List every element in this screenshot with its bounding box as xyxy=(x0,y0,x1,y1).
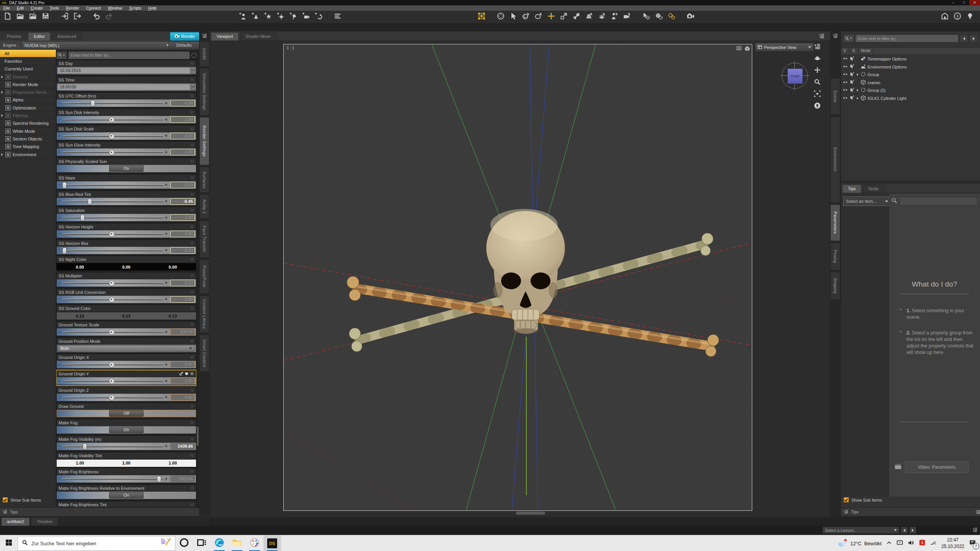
scene-column-v[interactable]: V xyxy=(841,48,850,54)
menu-item-create[interactable]: Create xyxy=(27,6,46,10)
param-color[interactable]: 0.000.000.00 xyxy=(57,263,196,271)
pane-menu-icon[interactable] xyxy=(830,31,841,40)
gear-icon[interactable] xyxy=(190,452,194,459)
camera-tool-button[interactable] xyxy=(622,12,632,21)
slider-handle[interactable] xyxy=(62,182,67,189)
increment-button[interactable]: + xyxy=(163,329,169,335)
scene-column-s[interactable]: S xyxy=(850,48,859,54)
node-grid-button[interactable] xyxy=(477,12,486,21)
scene-node-iglk1-cylinder-light[interactable]: IGLK1 Cylinder Light xyxy=(841,95,980,103)
param-value[interactable]: -0.45 xyxy=(170,198,195,205)
new-file-button[interactable] xyxy=(3,12,12,21)
start-button[interactable] xyxy=(0,535,18,551)
scene-node-environment-options[interactable]: Environment Options xyxy=(841,63,980,71)
category-item-white-mode[interactable]: GWhite Mode xyxy=(0,127,56,135)
param-slider[interactable]: -+0.00 xyxy=(57,361,196,368)
param-value[interactable]: 0.10 xyxy=(170,247,195,254)
category-item-progressive-rend-[interactable]: GProgressive Rend... xyxy=(0,88,56,96)
text-field-value[interactable]: 18:00:00 xyxy=(57,84,190,90)
param-slider[interactable]: -+1.00 xyxy=(57,148,196,156)
new-prop-button[interactable] xyxy=(251,12,260,21)
decrement-button[interactable]: - xyxy=(57,476,63,482)
slider-track[interactable] xyxy=(63,475,163,483)
eye-icon[interactable] xyxy=(843,64,848,70)
gear-icon[interactable] xyxy=(190,370,194,377)
viewport-menu-icon[interactable] xyxy=(814,43,821,51)
gear-icon[interactable] xyxy=(190,240,194,247)
param-value[interactable]: 100.0% xyxy=(170,476,195,482)
slider-track[interactable] xyxy=(63,148,163,156)
category-item-environment[interactable]: GEnvironment xyxy=(0,151,56,158)
pane-menu-icon[interactable] xyxy=(972,527,978,534)
tray-chevron-icon[interactable] xyxy=(886,540,892,547)
slider-handle[interactable] xyxy=(109,362,115,368)
param-value[interactable]: 0.00 xyxy=(170,231,195,237)
category-item-currently-used[interactable]: Currently Used xyxy=(0,65,56,73)
zoom-camera-icon[interactable] xyxy=(814,78,821,87)
increment-button[interactable]: + xyxy=(163,248,169,253)
camera-cube-icon[interactable] xyxy=(744,46,750,53)
spinner-buttons[interactable] xyxy=(191,83,195,90)
decrement-button[interactable]: - xyxy=(57,101,63,106)
scene-node-tonemapper-options[interactable]: Tonemapper Options xyxy=(841,55,980,63)
tab-shader-mixer[interactable]: Shader Mixer xyxy=(240,32,276,41)
export-button[interactable] xyxy=(73,12,82,21)
view-cube-front-face[interactable]: Front xyxy=(787,68,803,84)
aspect-frame-icon[interactable] xyxy=(736,46,742,53)
task-view-taskbar-button[interactable] xyxy=(193,535,211,551)
gear-icon[interactable] xyxy=(190,109,194,116)
tab-editor[interactable]: Editor xyxy=(28,32,51,41)
back-arrow-button[interactable] xyxy=(960,34,968,42)
expand-arrow-icon[interactable] xyxy=(1,75,3,79)
minimize-button[interactable]: – xyxy=(948,0,959,5)
new-point-light-button[interactable] xyxy=(263,12,273,21)
tab-timeline[interactable]: Timeline xyxy=(31,517,58,526)
dock-tab-environment[interactable]: Environment xyxy=(830,116,840,203)
pane-menu-icon[interactable] xyxy=(199,31,210,40)
dock-tab-install[interactable]: Install xyxy=(199,41,209,67)
gear-icon[interactable] xyxy=(190,289,194,296)
category-item-all[interactable]: All xyxy=(0,50,56,57)
param-value[interactable]: 0.00 xyxy=(170,394,195,401)
dock-tab-smart-content[interactable]: Smart Content xyxy=(199,334,209,372)
eye-icon[interactable] xyxy=(843,72,848,78)
param-slider[interactable]: -+4.00 xyxy=(57,132,196,140)
maximize-button[interactable]: □ xyxy=(959,0,969,5)
dock-tab-shaping[interactable]: Shaping xyxy=(830,272,840,300)
param-value[interactable]: -6.00 xyxy=(170,100,195,106)
param-value[interactable]: 1.00 xyxy=(170,214,195,221)
spinner-buttons[interactable] xyxy=(191,67,195,74)
tab-animate2[interactable]: aniMate2 xyxy=(1,517,30,526)
param-slider[interactable]: -+0.00 xyxy=(57,377,196,385)
slider-track[interactable] xyxy=(63,296,163,303)
video-parameters-button[interactable]: Video: Parameters xyxy=(905,461,969,473)
increment-button[interactable]: + xyxy=(163,280,169,285)
help-button[interactable]: ? xyxy=(953,12,962,21)
param-value[interactable]: 1.00 xyxy=(170,296,195,303)
gear-icon[interactable] xyxy=(190,272,194,279)
menu-item-window[interactable]: Window xyxy=(105,6,126,10)
scene-presets-button[interactable] xyxy=(333,12,342,21)
decrement-button[interactable]: - xyxy=(57,199,63,204)
slider-track[interactable] xyxy=(63,394,163,401)
lasso-tool-button[interactable] xyxy=(534,12,543,21)
slider-track[interactable] xyxy=(63,279,163,287)
decrement-button[interactable]: - xyxy=(57,231,63,236)
param-slider[interactable]: -+1.00 xyxy=(57,296,196,303)
frame-selection-icon[interactable] xyxy=(814,90,821,99)
gear-icon[interactable] xyxy=(190,338,194,345)
increment-button[interactable]: + xyxy=(163,182,169,187)
increment-button[interactable]: + xyxy=(163,150,169,155)
camera-selector-dropdown[interactable]: Perspective View xyxy=(755,43,814,52)
dock-tab-scene[interactable]: Scene xyxy=(830,78,840,115)
new-camera-button[interactable] xyxy=(301,12,310,21)
menu-item-help[interactable]: Help xyxy=(145,6,160,10)
notification-center-icon[interactable]: 7 xyxy=(969,539,976,548)
gear-icon[interactable] xyxy=(190,191,194,198)
geometry-editor-button[interactable] xyxy=(654,12,663,21)
tab-tips[interactable]: Tips xyxy=(842,184,861,193)
text-field-value[interactable]: 10.03.2015 xyxy=(57,67,190,74)
figure-setup-button[interactable] xyxy=(610,12,619,21)
scene-filter-input[interactable]: Enter text to filter by... xyxy=(855,34,959,42)
dock-tab-parameters[interactable]: Parameters xyxy=(830,204,840,241)
